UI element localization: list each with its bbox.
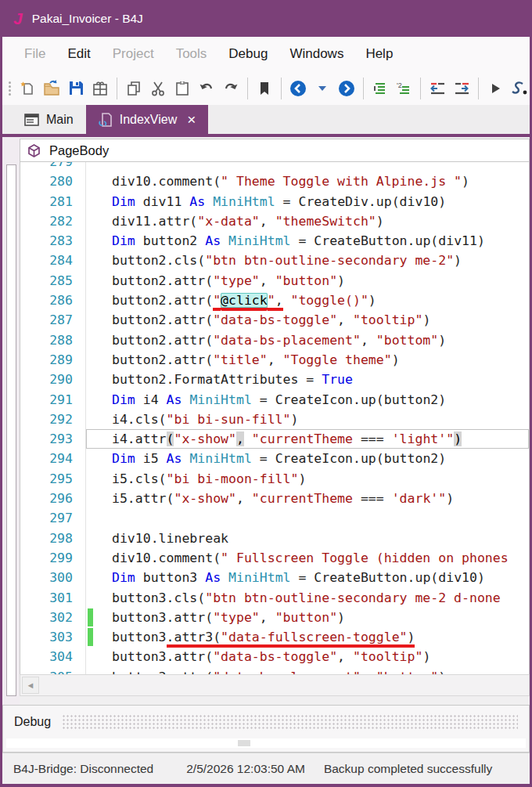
code-line[interactable]: 286button2.attr("@click", "toggle()") xyxy=(20,291,529,310)
comment-button[interactable] xyxy=(369,77,390,100)
line-number[interactable]: 304 xyxy=(20,647,86,666)
code-line[interactable]: 288button2.attr("data-bs-placement", "bo… xyxy=(20,330,529,350)
paste-button[interactable] xyxy=(172,77,192,100)
line-number[interactable]: 290 xyxy=(20,370,86,389)
line-number[interactable]: 286 xyxy=(20,291,86,310)
navigate-back-menu-button[interactable] xyxy=(312,77,332,100)
line-number[interactable]: 302 xyxy=(20,608,86,627)
bridge-status: B4J-Bridge: Disconnected xyxy=(13,762,153,776)
code-line[interactable]: 302button3.attr("type", "button") xyxy=(20,608,529,627)
code-line[interactable]: 293i4.attr("x-show", "currentTheme === '… xyxy=(20,429,529,449)
resume-button[interactable] xyxy=(509,77,530,100)
line-number[interactable]: 280 xyxy=(20,171,86,191)
navigate-back-button[interactable] xyxy=(288,77,308,100)
code-line[interactable]: 283Dim button2 As MiniHtml = CreateButto… xyxy=(20,231,529,251)
code-line[interactable]: 299div10.comment(" Fullscreen Toggle (hi… xyxy=(20,548,529,568)
code-line[interactable]: 305button3.attr("data-bs-placement", "bo… xyxy=(20,667,529,674)
code-line[interactable]: 281Dim div11 As MiniHtml = CreateDiv.up(… xyxy=(20,192,529,211)
line-number[interactable]: 281 xyxy=(20,192,86,211)
line-number[interactable]: 289 xyxy=(20,350,86,370)
paste-icon xyxy=(174,80,191,97)
navigate-forward-icon xyxy=(337,79,356,98)
line-number[interactable]: 279 xyxy=(20,162,86,171)
code-line[interactable]: 296i5.attr("x-show", "currentTheme === '… xyxy=(20,489,529,508)
copy-button[interactable] xyxy=(124,77,144,100)
line-number[interactable]: 288 xyxy=(20,330,86,350)
undo-button[interactable] xyxy=(196,77,217,100)
line-number[interactable]: 295 xyxy=(20,469,86,489)
debug-panel-header[interactable]: Debug xyxy=(3,706,529,738)
line-number[interactable]: 300 xyxy=(20,568,86,587)
toolbar-separator xyxy=(478,78,479,99)
line-number[interactable]: 284 xyxy=(20,251,86,270)
code-line[interactable]: 280div10.comment(" Theme Toggle with Alp… xyxy=(20,171,529,191)
debug-panel-scrollbar[interactable] xyxy=(6,738,526,748)
code-line[interactable]: 282div11.attr("x-data", "themeSwitch") xyxy=(20,211,529,231)
line-number[interactable]: 292 xyxy=(20,410,86,429)
run-button[interactable] xyxy=(485,77,505,100)
menu-help[interactable]: Help xyxy=(354,42,404,67)
code-editor[interactable]: 279280div10.comment(" Theme Toggle with … xyxy=(20,162,530,674)
line-number[interactable]: 296 xyxy=(20,489,86,508)
save-button[interactable] xyxy=(66,77,86,100)
code-line[interactable]: 298div10.linebreak xyxy=(20,529,529,548)
menu-windows[interactable]: Windows xyxy=(279,42,354,67)
debug-scroll-thumb[interactable] xyxy=(238,740,250,746)
tab-main[interactable]: Main xyxy=(12,105,86,134)
cut-button[interactable] xyxy=(148,77,168,100)
code-line[interactable]: 284button2.cls("btn btn-outline-secondar… xyxy=(20,251,529,270)
indent-button[interactable] xyxy=(451,77,472,100)
new-file-button[interactable] xyxy=(17,77,38,100)
modules-button[interactable] xyxy=(90,77,110,100)
toolbar-grip[interactable] xyxy=(5,80,13,97)
uncomment-button[interactable]: '2 xyxy=(394,77,414,100)
toolbar-separator xyxy=(363,78,364,99)
code-line[interactable]: 291Dim i4 As MiniHtml = CreateIcon.up(bu… xyxy=(20,390,529,410)
line-number[interactable]: 297 xyxy=(20,508,86,528)
line-number[interactable]: 303 xyxy=(20,627,86,647)
scroll-left-icon[interactable]: ◄ xyxy=(22,677,39,694)
navigate-forward-button[interactable] xyxy=(336,77,357,100)
code-line[interactable]: 297 xyxy=(20,508,529,528)
code-line[interactable]: 279 xyxy=(20,162,529,171)
line-number[interactable]: 291 xyxy=(20,390,86,410)
line-number[interactable]: 298 xyxy=(20,529,86,548)
code-line[interactable]: 290button2.FormatAttributes = True xyxy=(20,370,529,389)
line-number[interactable]: 293 xyxy=(20,429,86,449)
redo-button[interactable] xyxy=(221,77,241,100)
code-line[interactable]: 301button3.cls("btn btn-outline-secondar… xyxy=(20,588,529,608)
code-line[interactable]: 292i4.cls("bi bi-sun-fill") xyxy=(20,410,529,429)
code-text: button3.attr("data-bs-toggle", "tooltip"… xyxy=(86,647,529,666)
editor-hscrollbar[interactable]: ◄ xyxy=(20,674,530,696)
code-line[interactable]: 285button2.attr("type", "button") xyxy=(20,271,529,291)
outdent-button[interactable] xyxy=(427,77,448,100)
tab-label: Main xyxy=(46,113,74,127)
side-panel-splitter[interactable] xyxy=(6,164,16,696)
line-number[interactable]: 299 xyxy=(20,548,86,568)
line-number[interactable]: 283 xyxy=(20,231,86,251)
menu-file[interactable]: File xyxy=(13,42,56,67)
menu-edit[interactable]: Edit xyxy=(56,42,101,67)
code-line[interactable]: 304button3.attr("data-bs-toggle", "toolt… xyxy=(20,647,529,666)
line-number[interactable]: 294 xyxy=(20,449,86,468)
code-line[interactable]: 303button3.attr3("data-fullscreen-toggle… xyxy=(20,627,529,647)
line-number[interactable]: 287 xyxy=(20,310,86,330)
line-number[interactable]: 285 xyxy=(20,271,86,291)
code-line[interactable]: 300Dim button3 As MiniHtml = CreateButto… xyxy=(20,568,529,587)
close-tab-icon[interactable]: × xyxy=(187,112,196,127)
code-line[interactable]: 289button2.attr("title", "Toggle theme") xyxy=(20,350,529,370)
sub-navigator[interactable]: PageBody xyxy=(20,139,530,162)
open-project-button[interactable] xyxy=(41,77,62,100)
line-number[interactable]: 305 xyxy=(20,667,86,674)
code-line[interactable]: 294Dim i5 As MiniHtml = CreateIcon.up(bu… xyxy=(20,449,529,468)
bookmark-button[interactable] xyxy=(254,77,275,100)
tab-indexview[interactable]: IndexView × xyxy=(86,105,209,134)
code-line[interactable]: 287button2.attr("data-bs-toggle", "toolt… xyxy=(20,310,529,330)
menu-debug[interactable]: Debug xyxy=(217,42,279,67)
code-line[interactable]: 295i5.cls("bi bi-moon-fill") xyxy=(20,469,529,489)
chevron-down-icon xyxy=(318,86,326,91)
menu-tools[interactable]: Tools xyxy=(165,42,218,67)
line-number[interactable]: 282 xyxy=(20,211,86,231)
line-number[interactable]: 301 xyxy=(20,588,86,608)
menu-project[interactable]: Project xyxy=(102,42,165,67)
